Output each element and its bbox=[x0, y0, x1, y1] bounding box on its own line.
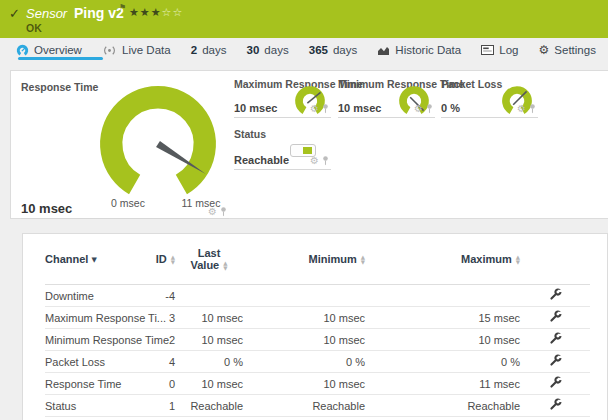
tab-365-days[interactable]: 365days bbox=[309, 44, 357, 56]
gauge-icon bbox=[16, 44, 29, 57]
channel-settings-gear-icon[interactable]: ⚙ bbox=[517, 104, 526, 114]
table-row[interactable]: Response Time 0 10 msec 10 msec 11 msec bbox=[45, 373, 590, 395]
sort-active-caret-icon: ▼ bbox=[91, 256, 96, 264]
edit-channel-wrench-icon[interactable] bbox=[549, 310, 562, 323]
tab-bar: Overview Live Data 2days 30days 365days … bbox=[0, 38, 608, 68]
sensor-title: Ping v2 bbox=[74, 5, 124, 21]
column-header-channel[interactable]: Channel▼ bbox=[45, 234, 145, 285]
status-value: Reachable bbox=[234, 154, 289, 166]
edit-channel-wrench-icon[interactable] bbox=[549, 398, 562, 411]
mini-gauge-packet-loss: Packet Loss 0 % ⚙ bbox=[441, 79, 538, 118]
tab-30-days[interactable]: 30days bbox=[247, 44, 289, 56]
sensor-status-badge: OK bbox=[26, 22, 42, 34]
status-indicator-knob bbox=[303, 147, 312, 154]
channel-settings-gear-icon[interactable]: ⚙ bbox=[208, 207, 217, 217]
settings-gear-icon: ⚙ bbox=[539, 43, 550, 57]
channel-settings-gear-icon[interactable]: ⚙ bbox=[310, 104, 319, 114]
table-row[interactable]: Downtime -4 bbox=[45, 285, 590, 307]
star-empty-icons[interactable]: ☆☆ bbox=[162, 6, 184, 19]
packet-loss-value: 0 % bbox=[441, 102, 460, 114]
primary-gauge-value: 10 msec bbox=[21, 201, 72, 216]
pin-primary-channel-icon[interactable] bbox=[322, 155, 329, 166]
mini-gauge-max-response: Maximum Response Time 10 msec ⚙ bbox=[234, 79, 331, 118]
pin-primary-channel-icon[interactable] bbox=[322, 103, 329, 114]
column-header-minimum[interactable]: Minimum▲▼ bbox=[243, 234, 365, 285]
primary-gauge-label: Response Time bbox=[21, 81, 98, 93]
historic-data-icon bbox=[377, 45, 390, 56]
tab-settings[interactable]: ⚙ Settings bbox=[539, 43, 596, 57]
table-row[interactable]: Maximum Response Ti... 3 10 msec 10 msec… bbox=[45, 307, 590, 329]
tab-historic-data[interactable]: Historic Data bbox=[377, 44, 461, 56]
divider bbox=[21, 218, 229, 219]
min-response-value: 10 msec bbox=[338, 102, 381, 114]
log-icon bbox=[481, 45, 494, 55]
sort-icon: ▲▼ bbox=[171, 255, 175, 265]
tab-live-data[interactable]: Live Data bbox=[102, 44, 171, 56]
column-header-actions bbox=[520, 234, 590, 285]
gauge-scale-min: 0 msec bbox=[106, 197, 150, 209]
response-time-gauge bbox=[97, 83, 219, 205]
channels-table: Channel▼ ID▲▼ LastValue▲▼ Minimum▲▼ Maxi… bbox=[45, 234, 590, 417]
status-cell: Status Reachable ⚙ bbox=[234, 129, 331, 170]
mini-gauge-min-response: Minimum Response Time 10 msec ⚙ bbox=[338, 79, 435, 118]
tab-overview[interactable]: Overview bbox=[16, 44, 82, 57]
live-data-icon bbox=[102, 45, 117, 56]
star-filled-icons[interactable]: ★★★ bbox=[129, 6, 162, 19]
sort-icon: ▲▼ bbox=[361, 255, 365, 265]
channel-settings-gear-icon[interactable]: ⚙ bbox=[310, 156, 319, 166]
edit-channel-wrench-icon[interactable] bbox=[549, 354, 562, 367]
column-header-last-value[interactable]: LastValue▲▼ bbox=[175, 234, 243, 285]
edit-channel-wrench-icon[interactable] bbox=[549, 288, 562, 301]
edit-channel-wrench-icon[interactable] bbox=[549, 376, 562, 389]
channels-panel: Channel▼ ID▲▼ LastValue▲▼ Minimum▲▼ Maxi… bbox=[22, 233, 608, 420]
edit-channel-wrench-icon[interactable] bbox=[549, 332, 562, 345]
tab-log[interactable]: Log bbox=[481, 44, 518, 56]
active-tab-underline bbox=[18, 57, 103, 60]
table-row[interactable]: Status 1 Reachable Reachable Reachable bbox=[45, 395, 590, 417]
sort-icon: ▲▼ bbox=[223, 261, 227, 271]
priority-stars[interactable]: ★★★☆☆ bbox=[129, 6, 183, 19]
primary-gauge-cell: Response Time 0 msec 11 msec 10 msec ⚙ bbox=[21, 79, 229, 219]
tab-2-days[interactable]: 2days bbox=[191, 44, 227, 56]
pin-primary-channel-icon[interactable] bbox=[529, 103, 536, 114]
sort-icon: ▲▼ bbox=[516, 255, 520, 265]
flag-icon[interactable]: ⚑ bbox=[119, 3, 126, 12]
pin-primary-channel-icon[interactable] bbox=[220, 206, 227, 217]
channel-settings-gear-icon[interactable]: ⚙ bbox=[414, 104, 423, 114]
max-response-value: 10 msec bbox=[234, 102, 277, 114]
object-type-label: Sensor bbox=[26, 6, 67, 21]
gauges-panel: Response Time 0 msec 11 msec 10 msec ⚙ M… bbox=[10, 70, 608, 219]
pin-primary-channel-icon[interactable] bbox=[426, 103, 433, 114]
sensor-header: ✓ Sensor Ping v2 ⚑ ★★★☆☆ OK bbox=[0, 0, 608, 38]
table-row[interactable]: Packet Loss 4 0 % 0 % 0 % bbox=[45, 351, 590, 373]
table-header-row: Channel▼ ID▲▼ LastValue▲▼ Minimum▲▼ Maxi… bbox=[45, 234, 590, 285]
column-header-maximum[interactable]: Maximum▲▼ bbox=[365, 234, 520, 285]
column-header-id[interactable]: ID▲▼ bbox=[145, 234, 175, 285]
table-row[interactable]: Minimum Response Time 2 10 msec 10 msec … bbox=[45, 329, 590, 351]
ok-check-icon: ✓ bbox=[9, 6, 20, 21]
